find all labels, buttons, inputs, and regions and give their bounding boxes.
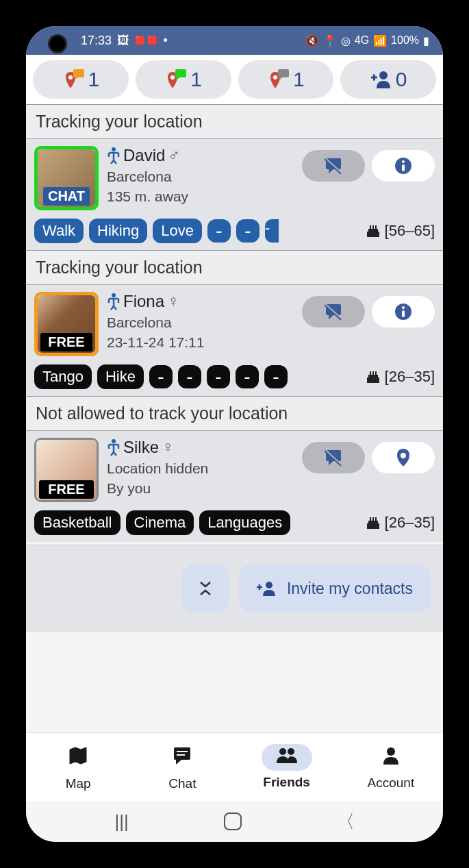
svg-rect-16 (370, 225, 371, 229)
user-name: Fiona (123, 292, 164, 311)
section-header: Tracking your location (26, 250, 443, 284)
more-tag[interactable]: - (264, 365, 288, 388)
svg-rect-25 (402, 310, 405, 317)
interest-tag[interactable]: Love (153, 219, 202, 243)
interest-tag[interactable]: Walk (34, 219, 84, 243)
svg-rect-17 (372, 225, 374, 229)
invite-contacts-button[interactable]: Invite my contacts (239, 565, 431, 612)
info-button[interactable] (372, 150, 435, 182)
svg-point-35 (401, 453, 406, 458)
hotspot-icon: ◎ (341, 34, 351, 47)
svg-point-41 (266, 582, 272, 588)
more-tag[interactable]: - (178, 365, 201, 388)
cake-icon (366, 223, 381, 238)
nav-label: Map (66, 776, 91, 791)
location-chat-counter-0[interactable]: 1 (33, 60, 129, 99)
location-chat-counter-1[interactable]: 1 (136, 60, 231, 99)
interest-tag[interactable]: Hiking (89, 219, 147, 243)
mute-chat-button[interactable] (302, 150, 365, 182)
svg-point-46 (288, 748, 294, 755)
more-tag[interactable]: - (236, 365, 259, 388)
map-icon (54, 743, 102, 772)
svg-rect-18 (375, 225, 377, 229)
nav-account[interactable]: Account (339, 733, 443, 801)
account-icon (368, 743, 414, 771)
nav-chat[interactable]: Chat (130, 733, 234, 801)
mute-icon: 🔇 (305, 34, 319, 47)
svg-rect-28 (370, 371, 371, 375)
more-tag[interactable]: - (207, 365, 230, 388)
svg-rect-3 (175, 69, 186, 77)
svg-rect-1 (73, 69, 84, 77)
nav-label: Chat (168, 776, 196, 791)
collapse-button[interactable] (181, 565, 229, 612)
recents-button[interactable]: ||| (114, 811, 128, 832)
svg-point-2 (170, 75, 175, 79)
interest-tag[interactable]: Languages (199, 510, 290, 535)
top-filter-row: 1110 (26, 55, 443, 104)
svg-point-24 (402, 306, 405, 309)
svg-rect-43 (177, 751, 188, 752)
more-dot: • (163, 34, 167, 48)
info-icon (394, 303, 412, 321)
nav-label: Account (368, 776, 415, 791)
user-distance: 135 m. away (107, 186, 294, 206)
interest-tag[interactable]: Hike (97, 364, 144, 389)
svg-rect-37 (368, 521, 378, 524)
chat-off-icon (323, 449, 344, 467)
user-card[interactable]: FREE Silke ♀ Location hidden By you Bask… (26, 430, 443, 542)
nav-friends[interactable]: Friends (235, 733, 339, 801)
svg-rect-39 (372, 517, 374, 521)
svg-rect-27 (368, 375, 378, 378)
status-time: 17:33 (81, 34, 112, 48)
info-button[interactable] (372, 296, 435, 327)
mute-chat-button[interactable] (302, 442, 365, 473)
interest-tag[interactable]: Cinema (126, 510, 194, 535)
svg-point-47 (387, 747, 395, 756)
interest-tag[interactable]: Basketball (34, 510, 121, 535)
svg-point-6 (379, 71, 388, 79)
svg-rect-26 (367, 377, 379, 383)
invite-label: Invite my contacts (287, 580, 413, 598)
gender-symbol: ♂ (168, 146, 180, 165)
pin-chat-icon (267, 68, 290, 91)
svg-rect-29 (372, 371, 374, 375)
mute-chat-button[interactable] (302, 296, 365, 327)
user-location: Barcelona (107, 166, 294, 186)
user-name: David (123, 146, 165, 165)
interest-tag[interactable]: Tango (34, 364, 92, 389)
battery-icon: ▮ (423, 34, 429, 47)
svg-rect-30 (375, 371, 377, 375)
status-bar: 17:33 🖼 🟥 🟥 • 🔇 📍 ◎ 4G 📶 100% ▮ (26, 26, 443, 55)
gender-symbol: ♀ (162, 438, 174, 457)
user-avatar[interactable]: CHAT (34, 146, 99, 210)
svg-rect-36 (367, 523, 379, 529)
more-tag[interactable]: - (236, 219, 259, 243)
more-tag[interactable]: - (207, 219, 231, 243)
user-avatar[interactable]: FREE (34, 292, 99, 356)
avatar-status-badge: FREE (39, 480, 94, 499)
svg-rect-38 (370, 517, 371, 521)
nav-map[interactable]: Map (26, 733, 130, 801)
info-button[interactable] (372, 442, 435, 473)
person-body-icon (107, 147, 121, 164)
add-friend-counter[interactable]: 0 (340, 60, 436, 99)
svg-rect-14 (367, 232, 379, 237)
back-button[interactable]: 〈 (337, 810, 355, 834)
svg-rect-13 (402, 164, 405, 171)
svg-rect-15 (368, 229, 378, 232)
home-button[interactable] (224, 813, 242, 830)
gender-symbol: ♀ (167, 292, 179, 311)
user-card[interactable]: FREE Fiona ♀ Barcelona 23-11-24 17:11 Ta… (26, 284, 443, 396)
more-tag[interactable]: - (149, 365, 173, 388)
user-avatar[interactable]: FREE (34, 438, 99, 502)
friends-icon (262, 744, 312, 771)
chat-off-icon (323, 303, 344, 321)
person-body-icon (107, 293, 121, 310)
user-card[interactable]: CHAT David ♂ Barcelona 135 m. away WalkH… (26, 138, 443, 250)
system-nav: ||| 〈 (26, 801, 443, 842)
svg-rect-5 (278, 69, 289, 77)
pin-chat-icon (164, 68, 188, 91)
more-tag[interactable]: - (265, 219, 279, 243)
location-chat-counter-2[interactable]: 1 (238, 60, 334, 99)
